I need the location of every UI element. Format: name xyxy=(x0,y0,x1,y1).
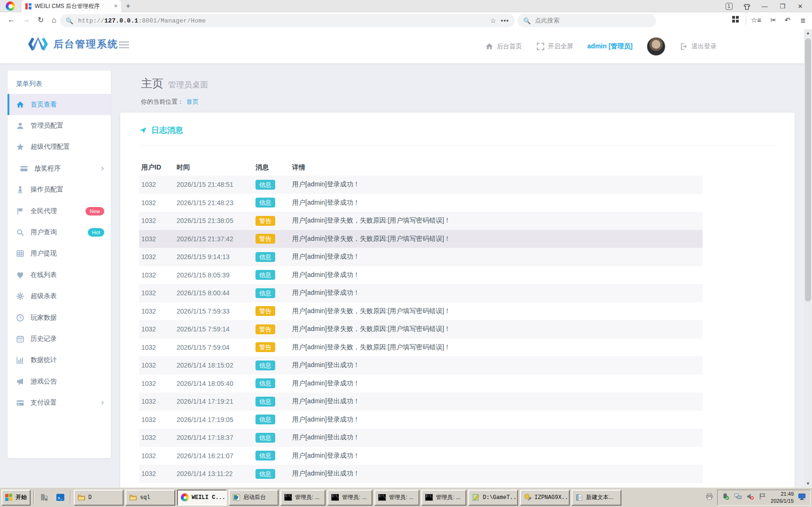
task-button-notepad[interactable]: 新建文本... xyxy=(572,490,621,506)
powershell-icon[interactable]: >_ xyxy=(53,490,67,505)
tab-count-button[interactable]: 1 xyxy=(720,2,738,10)
log-panel: 日志消息 用户ID 时间 消息 详情 10322026/1/15 21:48:5… xyxy=(120,113,795,507)
usb-eject-icon[interactable] xyxy=(722,492,730,502)
flag-icon[interactable] xyxy=(758,492,766,502)
task-button-start-backend[interactable]: 启动后台 xyxy=(229,490,278,506)
task-button-cmd-1[interactable]: C:\_ 管理员: ... xyxy=(280,490,325,506)
status-badge: 信息 xyxy=(255,270,275,280)
app-logo[interactable]: 后台管理系统 xyxy=(27,37,118,52)
bar-chart-icon xyxy=(16,356,24,364)
table-row[interactable]: 10322026/1/14 16:21:07信息用户[admin]登录成功！ xyxy=(139,447,703,465)
url-input[interactable]: 🔍 http://127.0.0.1:8001/Manager/Home ☆ •… xyxy=(60,14,515,27)
table-row[interactable]: 10322026/1/15 8:05:39信息用户[admin]登录成功！ xyxy=(139,266,703,284)
forward-icon[interactable]: → xyxy=(23,15,30,24)
db-tools-icon xyxy=(524,493,532,501)
table-row[interactable]: 10322026/1/14 17:19:05信息用户[admin]登录成功！ xyxy=(139,411,703,429)
sidebar-item-home[interactable]: 首页查看 xyxy=(8,94,111,115)
new-tab-button[interactable]: + xyxy=(126,2,130,10)
sidebar-item-payment-settings[interactable]: 支付设置 xyxy=(8,392,111,413)
scroll-down-icon[interactable]: ▼ xyxy=(804,480,812,487)
restore-icon[interactable]: ❐ xyxy=(773,3,791,10)
back-icon[interactable]: ← xyxy=(8,15,15,24)
more-actions-icon[interactable]: ••• xyxy=(501,17,509,24)
table-row[interactable]: 10322026/1/14 18:05:40信息用户[admin]登录成功！ xyxy=(139,375,703,393)
table-row[interactable]: 10322026/1/15 21:48:23信息用户[admin]登录成功！ xyxy=(139,194,703,212)
reload-icon[interactable]: ↻ xyxy=(38,15,44,24)
home-icon[interactable]: ⌂ xyxy=(52,15,56,25)
table-row[interactable]: 10322026/1/15 21:48:51信息用户[admin]登录成功！ xyxy=(139,176,703,194)
nav-fullscreen[interactable]: 开启全屏 xyxy=(536,42,573,51)
sidebar-item-operator-config[interactable]: 操作员配置 xyxy=(8,179,111,200)
table-row[interactable]: 10322026/1/15 21:37:42警告用户[admin]登录失败，失败… xyxy=(139,230,703,248)
close-icon[interactable]: ✕ xyxy=(791,3,809,10)
sidebar-item-announcement[interactable]: 游戏公告 xyxy=(8,371,111,392)
start-button[interactable]: 开始 xyxy=(1,490,31,506)
menu-icon[interactable]: ≡ xyxy=(800,16,805,26)
sidebar-item-super-agent[interactable]: 超级代理配置 xyxy=(8,137,111,158)
task-button-cmd-4[interactable]: C:\_ 管理员: ... xyxy=(421,490,466,506)
task-button-folder-d[interactable]: D xyxy=(74,490,124,506)
menu-collapse-icon[interactable] xyxy=(119,41,129,50)
search-placeholder: 点此搜索 xyxy=(535,16,559,25)
table-row[interactable]: 10322026/1/15 7:59:33警告用户[admin]登录失败，失败原… xyxy=(139,302,703,321)
sidebar-item-user-query[interactable]: 用户查询 Hot xyxy=(8,222,111,243)
sidebar-item-statistics[interactable]: 数据统计 xyxy=(8,350,111,371)
devices-icon[interactable] xyxy=(37,490,51,505)
task-button-folder-sql[interactable]: sql xyxy=(125,490,175,506)
task-button-cmd-3[interactable]: C:\_ 管理员: ... xyxy=(374,490,419,506)
bookmark-star-icon[interactable]: ☆ xyxy=(490,17,496,24)
nav-logout[interactable]: 退出登录 xyxy=(680,42,717,51)
status-badge: 信息 xyxy=(255,252,275,262)
tab-close-icon[interactable]: × xyxy=(114,3,117,9)
sidebar-item-super-kill[interactable]: 超级杀表 xyxy=(8,286,111,307)
table-row[interactable]: 10322026/1/15 7:59:14警告用户[admin]登录失败，失败原… xyxy=(139,320,703,338)
taskbar-clock[interactable]: 21:49 2026/1/15 xyxy=(771,491,794,505)
desktop-icon[interactable] xyxy=(798,492,806,502)
sidebar-item-history[interactable]: 历史记录 xyxy=(8,328,111,349)
nav-backend-home[interactable]: 后台首页 xyxy=(485,42,522,51)
skin-tshirt-icon[interactable] xyxy=(738,2,756,9)
minimize-icon[interactable]: — xyxy=(756,3,773,10)
table-row[interactable]: 10322026/1/14 17:18:37信息用户[admin]登出成功！ xyxy=(139,429,703,447)
apps-grid-icon[interactable] xyxy=(732,16,739,24)
printer-icon[interactable] xyxy=(705,492,713,502)
table-header: 用户ID 时间 消息 详情 xyxy=(139,160,703,176)
table-row[interactable]: 10322026/1/15 7:59:04警告用户[admin]登录失败，失败原… xyxy=(139,338,703,357)
task-button-izpnag[interactable]: IZPNAG9X... xyxy=(520,490,570,506)
status-badge: 信息 xyxy=(255,288,275,298)
status-badge: 信息 xyxy=(255,469,275,479)
sidebar-item-prize-program[interactable]: 放奖程序 xyxy=(8,158,111,179)
table-row[interactable]: 10322026/1/15 8:00:44信息用户[admin]登录成功！ xyxy=(139,284,703,302)
sidebar-item-public-agent[interactable]: 全民代理 New xyxy=(8,200,111,222)
sidebar-item-admin-config[interactable]: 管理员配置 xyxy=(8,115,111,136)
task-button-gametool[interactable]: D:\GameT... xyxy=(468,490,518,506)
volume-muted-icon[interactable] xyxy=(746,492,754,502)
browser-tab[interactable]: WEILI CMS 后台管理程序 × xyxy=(22,0,121,12)
scrollbar-thumb[interactable] xyxy=(805,38,811,301)
network-icon[interactable] xyxy=(734,492,742,502)
screenshot-scissors-icon[interactable]: ✂ xyxy=(770,16,776,24)
sidebar-item-player-data[interactable]: 玩家数据 xyxy=(8,307,111,328)
favorites-star-icon[interactable]: ☆≡ xyxy=(751,16,761,24)
table-row[interactable]: 10322026/1/15 21:38:05警告用户[admin]登录失败，失败… xyxy=(139,212,703,230)
user-avatar[interactable] xyxy=(647,37,665,56)
table-row[interactable]: 10322026/1/14 18:15:02信息用户[admin]登出成功！ xyxy=(139,356,703,375)
scrollbar[interactable]: ▲ ▼ xyxy=(804,29,812,487)
sidebar-item-withdrawal[interactable]: 用户提现 xyxy=(8,243,111,264)
breadcrumb-home-link[interactable]: 首页 xyxy=(186,98,199,105)
divider xyxy=(139,145,776,146)
table-row[interactable]: 10322026/1/14 13:11:22信息用户[admin]登出成功！ xyxy=(139,465,703,483)
current-user[interactable]: admin [管理员] xyxy=(588,42,633,51)
table-row[interactable]: 10322026/1/14 17:19:21信息用户[admin]登出成功！ xyxy=(139,392,703,411)
status-badge: 信息 xyxy=(255,361,275,370)
task-button-cmd-2[interactable]: C:\_ 管理员: ... xyxy=(327,490,372,506)
search-input[interactable]: 🔍 点此搜索 xyxy=(518,14,656,27)
app-window-icon xyxy=(232,493,240,501)
scroll-up-icon[interactable]: ▲ xyxy=(804,29,812,37)
undo-icon[interactable]: ↶ xyxy=(784,16,790,24)
browser-logo-icon[interactable] xyxy=(6,1,15,11)
sidebar-item-online-list[interactable]: 在线列表 xyxy=(8,264,111,285)
task-button-browser[interactable]: WEILI C... xyxy=(177,490,227,506)
cmd-icon: C:\_ xyxy=(378,494,386,501)
table-row[interactable]: 10322026/1/15 9:14:13信息用户[admin]登录成功！ xyxy=(139,248,703,266)
